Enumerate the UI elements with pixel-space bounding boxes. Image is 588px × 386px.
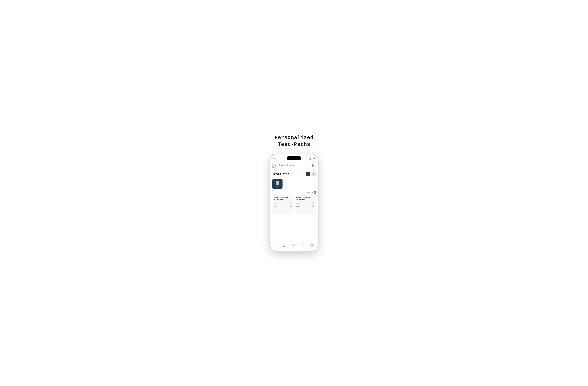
progress-fill-2 (296, 209, 305, 209)
progress-bar-2 (296, 209, 315, 209)
exam-badge-1: 1 (290, 205, 292, 207)
section-label-1: Section (273, 202, 278, 204)
progress-bar-1 (273, 209, 292, 209)
home-icon: ⌂ (274, 243, 276, 247)
book-icon: 📖 (292, 243, 295, 247)
svg-rect-1 (314, 165, 315, 166)
status-time: 15:15 (273, 158, 277, 160)
signal-bars-icon (309, 158, 311, 160)
avatar-row: AU 🔥 🔥 💧 💧 💧 💧 (272, 162, 316, 170)
exam-badge-2: 1 (312, 205, 315, 207)
page-title: Personalized Test-Paths (274, 134, 313, 148)
phone-frame: 15:15 ∿ 86 (270, 154, 318, 252)
battery-indicator: 86 (314, 158, 315, 160)
nav-stats[interactable]: 📊 (309, 242, 315, 248)
section-badge-1: 1 (290, 202, 292, 204)
flame-active-2: 🔥 (281, 164, 283, 166)
test-path-card-1[interactable]: Biology - 9 Test Path - October 2024 Sec… (272, 195, 293, 214)
edit-icon: ✏ (301, 243, 304, 247)
status-icons: ∿ 86 (309, 158, 315, 160)
test-path-cards: Biology - 9 Test Path - October 2024 Sec… (272, 195, 316, 214)
exam-row-1: Exam 1 (273, 205, 292, 207)
wifi-icon: ∿ (312, 158, 313, 160)
nav-edit[interactable]: ✏ (300, 242, 305, 248)
flame-active-1: 🔥 (278, 164, 280, 166)
subject-card-biology[interactable]: 📒 Biology - 9 (272, 179, 283, 189)
page-header: Test-Paths + ↻ (272, 172, 316, 176)
test-path-card-1-title: Biology - 9 Test Path - October 2024 (273, 197, 292, 200)
subject-card-label: Biology - 9 (275, 185, 280, 187)
completed-label: Completed (306, 192, 313, 193)
progress-fill-1 (273, 209, 285, 209)
avatar-left: AU 🔥 🔥 💧 💧 💧 💧 (272, 163, 294, 168)
flame-inactive-1: 💧 (284, 164, 286, 166)
streak-icons: 🔥 🔥 💧 💧 💧 💧 (278, 164, 294, 166)
nav-home[interactable]: ⌂ (273, 242, 277, 248)
avatar[interactable]: AU (272, 163, 277, 168)
nav-clipboard[interactable]: 📋 (281, 242, 287, 248)
exam-label-2: Exam (296, 206, 299, 207)
flame-inactive-4: 💧 (292, 164, 294, 166)
phone-mockup: 15:15 ∿ 86 (270, 154, 318, 252)
section-badge-2: 1 (312, 202, 315, 204)
nav-book[interactable]: 📖 (291, 242, 296, 248)
dynamic-island (287, 156, 301, 160)
test-path-card-2-title: Biology - 9 Test Path - October 2024 (296, 197, 315, 200)
subject-icon: 📒 (275, 181, 279, 185)
square-button[interactable] (312, 164, 316, 167)
section-row-2: Section 1 (296, 202, 315, 204)
test-path-card-2[interactable]: Biology - 9 Test Path - October 2024 Sec… (295, 195, 316, 214)
phone-screen: 15:15 ∿ 86 (270, 154, 318, 251)
home-indicator (287, 250, 301, 250)
add-button[interactable]: + (306, 172, 310, 176)
section-row-1: Section 1 (273, 202, 292, 204)
stats-icon: 📊 (310, 243, 314, 247)
app-content: AU 🔥 🔥 💧 💧 💧 💧 (270, 162, 318, 241)
completed-row: Completed ✓ (272, 191, 316, 193)
exam-row-2: Exam 1 (296, 205, 315, 207)
flame-inactive-3: 💧 (289, 164, 292, 166)
section-label-2: Section (296, 202, 300, 204)
exam-label-1: Exam (273, 206, 277, 207)
page-header-title: Test-Paths (272, 172, 290, 176)
flame-inactive-2: 💧 (286, 164, 289, 166)
clipboard-icon: 📋 (282, 243, 286, 247)
refresh-button[interactable]: ↻ (311, 172, 316, 176)
header-buttons: + ↻ (306, 172, 316, 176)
completed-checkbox[interactable]: ✓ (314, 191, 316, 193)
